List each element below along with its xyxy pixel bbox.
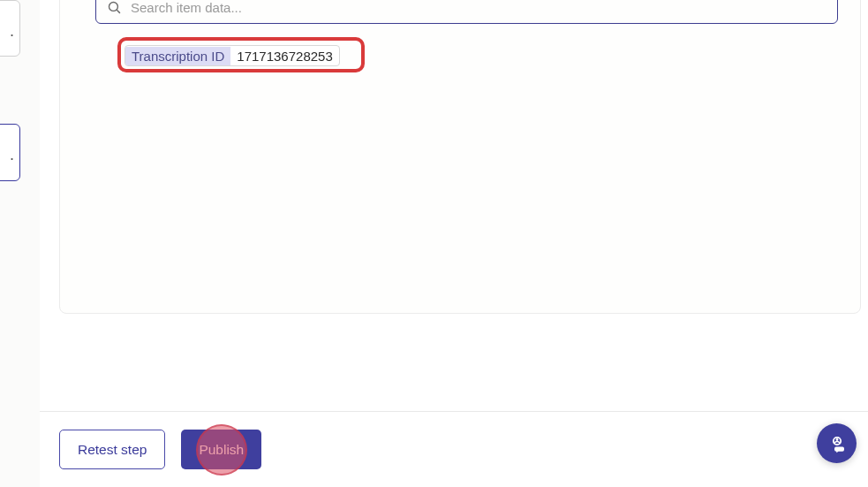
content-panel: Transcription ID 1717136728253 [59, 0, 861, 314]
ellipsis-icon: · [10, 149, 14, 168]
svg-line-1 [117, 10, 120, 13]
publish-button[interactable]: Publish [181, 430, 261, 469]
help-fab-button[interactable] [817, 423, 857, 463]
retest-step-button[interactable]: Retest step [59, 430, 165, 469]
svg-point-3 [835, 438, 838, 441]
partial-node-box-2[interactable]: · [0, 124, 20, 181]
publish-button-label: Publish [199, 442, 244, 458]
tag-container: Transcription ID 1717136728253 [125, 45, 340, 66]
transcription-id-tag[interactable]: Transcription ID 1717136728253 [125, 45, 340, 66]
tag-value: 1717136728253 [230, 47, 338, 65]
search-icon [107, 0, 122, 15]
help-chat-icon [826, 433, 848, 454]
footer-bar: Retest step Publish [40, 411, 868, 487]
ellipsis-icon: · [10, 26, 14, 44]
svg-point-0 [109, 2, 117, 11]
search-input[interactable] [131, 0, 826, 15]
main-content-area: Transcription ID 1717136728253 Retest st… [40, 0, 868, 487]
partial-node-box-1[interactable]: · [0, 0, 20, 57]
left-sidebar-edge: · · [0, 0, 40, 487]
tag-label: Transcription ID [125, 47, 230, 65]
search-box[interactable] [95, 0, 838, 24]
